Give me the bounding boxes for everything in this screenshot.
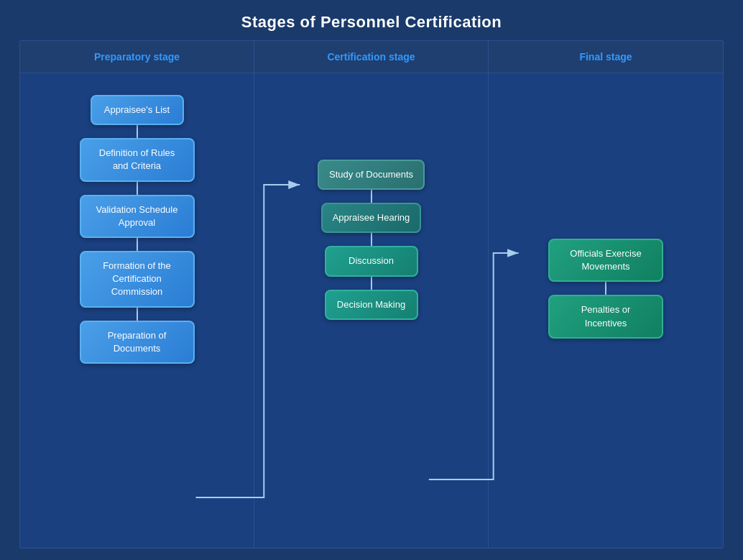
appraisee-hearing-node: Appraisee Hearing <box>321 203 422 233</box>
certification-commission-node: Formation of the Certification Commissio… <box>80 251 195 308</box>
validation-schedule-node: Validation Schedule Approval <box>80 195 195 238</box>
preparatory-stage-header: Preparatory stage <box>20 41 254 73</box>
discussion-node: Discussion <box>325 246 418 276</box>
diagram-container: Preparatory stage Certification stage Fi… <box>19 40 724 548</box>
preparatory-col: Appraisee's List Definition of Rules and… <box>20 73 254 548</box>
spacer1 <box>133 125 142 138</box>
certification-col: Study of Documents Appraisee Hearing Dis… <box>254 73 489 548</box>
stage-headers: Preparatory stage Certification stage Fi… <box>20 41 723 73</box>
appraisees-list-node: Appraisee's List <box>91 95 184 125</box>
study-documents-node: Study of Documents <box>318 160 425 190</box>
spacer4 <box>133 308 142 321</box>
preparation-docs-node: Preparation of Documents <box>80 321 195 364</box>
spacer5 <box>367 190 376 203</box>
rules-criteria-node: Definition of Rules and Criteria <box>80 138 195 181</box>
certification-stage-header: Certification stage <box>254 41 489 73</box>
penalties-incentives-node: Penalties or Incentives <box>548 295 663 338</box>
final-col: Officials Exercise Movements Penalties o… <box>489 73 723 548</box>
spacer6 <box>367 233 376 246</box>
spacer3 <box>133 238 142 251</box>
decision-making-node: Decision Making <box>325 290 418 320</box>
spacer8 <box>601 282 610 295</box>
final-stage-header: Final stage <box>489 41 723 73</box>
stage-content: Appraisee's List Definition of Rules and… <box>20 73 723 548</box>
spacer2 <box>133 182 142 195</box>
officials-exercise-node: Officials Exercise Movements <box>548 239 663 282</box>
page-title: Stages of Personnel Certification <box>241 0 502 40</box>
spacer7 <box>367 277 376 290</box>
